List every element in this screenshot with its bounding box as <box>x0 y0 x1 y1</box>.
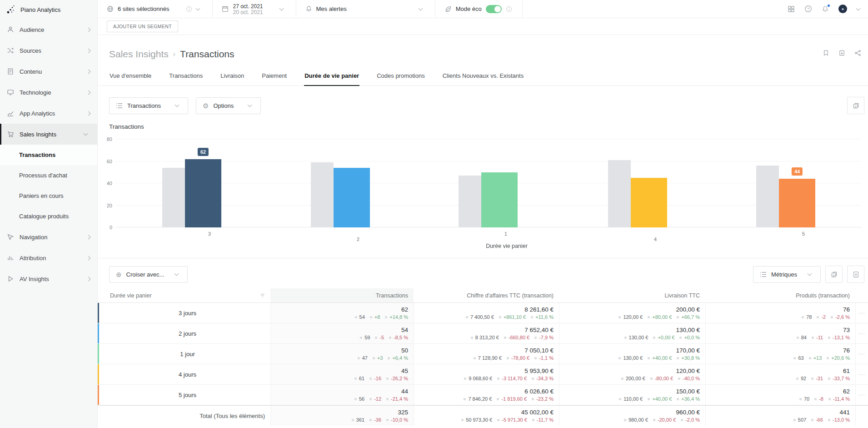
tab-livraison[interactable]: Livraison <box>220 68 244 86</box>
row-actions-button[interactable]: ··· <box>855 364 868 384</box>
comparison-bullet-icon <box>809 357 811 359</box>
help-button[interactable]: ? <box>804 5 812 13</box>
y-axis-tick: 80 <box>98 136 112 142</box>
comparison-bullet-icon <box>619 398 621 400</box>
metric-comparison: 8 313,20 €-660,80 €-7,9 % <box>471 335 554 340</box>
row-actions-button[interactable]: ··· <box>855 303 868 323</box>
comparison-bullet-icon <box>532 419 534 421</box>
sidebar-item-audience[interactable]: Audience <box>0 19 97 40</box>
tab-transactions[interactable]: Transactions <box>169 68 203 86</box>
site-selector[interactable]: 6 sites sélectionnés <box>98 0 213 18</box>
chart-plot: 0204060806244 <box>116 139 861 227</box>
alerts-selector[interactable]: Mes alertes <box>296 0 435 18</box>
comparison-value: +40,00 € <box>652 396 672 402</box>
metric-cell: 130,00 €130,00 €+0,00 €+0,0 % <box>559 323 705 343</box>
sidebar-subitem-catalogue-produits[interactable]: Catalogue produits <box>0 206 97 227</box>
comparison-value: -78,80 € <box>511 355 529 361</box>
bookmark-button[interactable] <box>823 50 829 56</box>
eco-mode-toggle[interactable] <box>486 5 502 13</box>
sidebar-item-attribution[interactable]: Attribution <box>0 247 97 268</box>
filter-icon[interactable] <box>260 293 265 298</box>
comparison-value: -8,5 % <box>394 335 408 340</box>
metric-comparison: 70-8-11,4 % <box>799 396 850 402</box>
notifications-button[interactable] <box>822 5 829 13</box>
comparison-value: -66 <box>816 417 823 423</box>
tab-vue-d-ensemble[interactable]: Vue d'ensemble <box>109 68 152 86</box>
metric-cell: 7678-2-2,6 % <box>705 303 855 323</box>
bar-previous-period[interactable] <box>311 162 334 227</box>
piano-analytics-logo-icon <box>6 5 16 15</box>
duplicate-table-button[interactable] <box>825 266 843 283</box>
comparison-value: 70 <box>804 396 809 402</box>
duplicate-chart-button[interactable] <box>847 97 864 114</box>
eco-mode-section: Mode éco <box>435 0 523 18</box>
metrics-dropdown[interactable]: Métriques <box>753 266 821 283</box>
user-menu[interactable]: ● <box>838 5 847 13</box>
comparison-bullet-icon <box>653 337 655 339</box>
comparison-value: -7,9 % <box>539 335 554 340</box>
bar-current-period[interactable] <box>185 159 221 227</box>
tab-dur-e-de-vie-panier[interactable]: Durée de vie panier <box>304 68 359 86</box>
sidebar-item-app-analytics[interactable]: App Analytics <box>0 103 97 124</box>
metric-comparison: 92-31-33,7 % <box>796 376 850 381</box>
comparison-value: +66,7 % <box>681 314 700 320</box>
sidebar-item-sources[interactable]: Sources <box>0 40 97 61</box>
column-header-chiffre-d-affaires-ttc-transaction-[interactable]: Chiffre d'affaires TTC (transaction) <box>414 288 559 302</box>
bar-previous-period[interactable] <box>459 176 481 227</box>
x-axis-tick: 2 <box>357 237 359 242</box>
column-header-produits-transaction-[interactable]: Produits (transaction) <box>705 288 855 302</box>
comparison-value: +40,00 € <box>652 355 672 361</box>
download-table-button[interactable] <box>847 266 864 283</box>
share-button[interactable] <box>854 50 861 56</box>
apps-grid-button[interactable] <box>788 5 795 13</box>
tab-clients-nouveaux-vs-existants[interactable]: Clients Nouveaux vs. Existants <box>442 68 524 86</box>
column-header-dur-e-vie-panier[interactable]: Durée vie panier <box>98 288 270 302</box>
breadcrumb-parent[interactable]: Sales Insights <box>109 49 169 60</box>
row-actions-placeholder <box>855 406 868 426</box>
bar-previous-period[interactable] <box>162 168 185 227</box>
comparison-value: -26,2 % <box>391 376 408 381</box>
tab-codes-promotions[interactable]: Codes promotions <box>376 68 425 86</box>
sidebar-item-navigation[interactable]: Navigation <box>0 227 97 247</box>
add-segment-button[interactable]: AJOUTER UN SEGMENT <box>107 20 178 32</box>
y-axis-tick: 20 <box>98 203 112 208</box>
column-header-transactions[interactable]: Transactions <box>270 288 414 302</box>
bar-current-period[interactable] <box>631 178 667 227</box>
chevron-right-icon <box>86 277 91 282</box>
row-label: Total (Tous les éléments) <box>200 413 265 419</box>
row-actions-button[interactable]: ··· <box>855 344 868 364</box>
bar-current-period[interactable] <box>481 172 518 227</box>
bookmark-icon <box>823 50 829 56</box>
bar-previous-period[interactable] <box>756 166 779 227</box>
sidebar-item-contenu[interactable]: Contenu <box>0 61 97 82</box>
export-page-button[interactable] <box>838 50 845 56</box>
comparison-value: 92 <box>801 376 806 381</box>
metric-value: 130,00 € <box>676 327 700 333</box>
column-header-livraison-ttc[interactable]: Livraison TTC <box>559 288 705 302</box>
sidebar-item-technologie[interactable]: Technologie <box>0 82 97 103</box>
bar-previous-period[interactable] <box>608 160 631 227</box>
bar-current-period[interactable] <box>334 168 370 227</box>
cross-with-dropdown[interactable]: ⊕ Croiser avec... <box>109 266 188 283</box>
dataset-dropdown[interactable]: Transactions <box>109 97 188 114</box>
sidebar-subitem-transactions[interactable]: Transactions <box>0 145 97 165</box>
sidebar-subitem-paniers-en-cours[interactable]: Paniers en cours <box>0 186 97 206</box>
sidebar-item-av-insights[interactable]: AV Insights <box>0 268 97 289</box>
row-actions-button[interactable]: ··· <box>855 323 868 343</box>
options-dropdown[interactable]: ⚙ Options <box>196 97 261 114</box>
bar-current-period[interactable] <box>779 179 815 227</box>
sidebar-subitem-processus-d-achat[interactable]: Processus d'achat <box>0 165 97 186</box>
comparison-value: +0,0 % <box>684 335 700 340</box>
sales-insights-icon <box>7 131 14 138</box>
gear-icon: ⚙ <box>203 102 209 109</box>
tab-paiement[interactable]: Paiement <box>261 68 287 86</box>
date-range-picker[interactable]: 27 oct. 2021 20 oct. 2021 <box>213 0 296 18</box>
sidebar-item-sales-insights[interactable]: Sales Insights <box>0 124 97 145</box>
chevron-right-icon <box>86 235 91 240</box>
metric-cell: 150,00 €110,00 €+40,00 €+36,4 % <box>559 385 705 405</box>
chart-title: Transactions <box>109 123 868 130</box>
comparison-bullet-icon <box>797 337 799 339</box>
comparison-bullet-icon <box>681 419 683 421</box>
brand[interactable]: Piano Analytics <box>0 0 97 19</box>
row-actions-button[interactable]: ··· <box>855 385 868 405</box>
